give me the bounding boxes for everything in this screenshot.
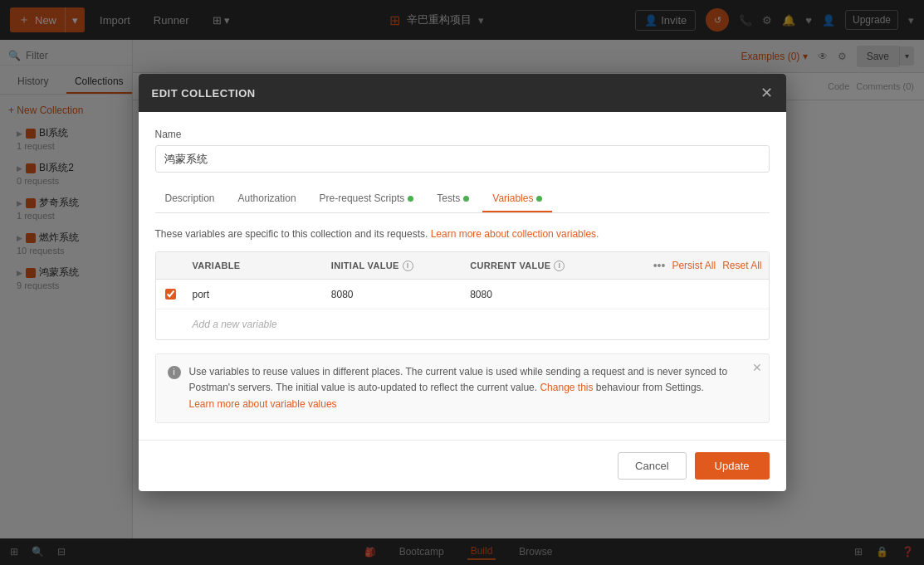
variables-description: These variables are specific to this col…: [155, 226, 770, 241]
learn-more-variable-link[interactable]: Learn more about variable values: [189, 398, 337, 410]
variables-table-header: VARIABLE INITIAL VALUE i CURRENT VALUE i…: [156, 252, 769, 280]
modal-tabs: Description Authorization Pre-request Sc…: [155, 186, 770, 213]
row-variable-name[interactable]: port: [186, 284, 325, 305]
add-current-spacer: [463, 319, 602, 329]
variable-checkbox[interactable]: [165, 289, 176, 300]
more-options-button[interactable]: •••: [653, 259, 666, 272]
modal-overlay: EDIT COLLECTION ✕ Name Description Autho…: [0, 0, 924, 565]
header-checkbox-spacer: [156, 259, 186, 272]
tab-tests-label: Tests: [437, 192, 460, 204]
tab-pre-request-label: Pre-request Scripts: [320, 192, 405, 204]
modal-tab-tests[interactable]: Tests: [427, 186, 479, 212]
info-box-icon: i: [168, 366, 181, 379]
update-button[interactable]: Update: [695, 452, 770, 480]
cancel-button[interactable]: Cancel: [618, 452, 686, 480]
info-text-2: behaviour from Settings.: [596, 382, 704, 393]
col-header-actions: ••• Persist All Reset All: [602, 252, 768, 279]
current-info-icon[interactable]: i: [554, 261, 565, 271]
edit-collection-modal: EDIT COLLECTION ✕ Name Description Autho…: [139, 74, 786, 491]
table-row: port 8080 8080: [156, 280, 769, 309]
modal-title: EDIT COLLECTION: [152, 87, 256, 100]
col-header-variable: VARIABLE: [186, 254, 325, 277]
name-field-label: Name: [155, 129, 770, 140]
learn-more-link[interactable]: Learn more about collection variables.: [431, 228, 599, 240]
tab-description-label: Description: [165, 192, 215, 204]
variables-table: VARIABLE INITIAL VALUE i CURRENT VALUE i…: [155, 251, 770, 340]
add-variable-placeholder[interactable]: Add a new variable: [186, 314, 325, 335]
reset-all-button[interactable]: Reset All: [722, 260, 761, 271]
row-initial-value[interactable]: 8080: [325, 284, 463, 305]
change-this-link[interactable]: Change this: [540, 382, 593, 393]
modal-close-button[interactable]: ✕: [760, 85, 773, 100]
tab-variables-label: Variables: [492, 192, 533, 204]
add-row-checkbox-spacer: [156, 318, 186, 331]
pre-request-dot: [408, 196, 413, 202]
persist-all-button[interactable]: Persist All: [672, 260, 716, 271]
row-checkbox[interactable]: [156, 282, 186, 306]
modal-body: Name Description Authorization Pre-reque…: [139, 112, 786, 440]
modal-tab-pre-request[interactable]: Pre-request Scripts: [310, 186, 424, 212]
info-box-close-button[interactable]: ✕: [752, 361, 762, 374]
info-box: i Use variables to reuse values in diffe…: [155, 353, 770, 423]
col-header-initial: INITIAL VALUE i: [325, 254, 463, 278]
tests-dot: [463, 196, 469, 202]
modal-tab-variables[interactable]: Variables: [482, 186, 552, 212]
col-header-current: CURRENT VALUE i: [463, 254, 602, 278]
modal-footer: Cancel Update: [139, 440, 786, 491]
modal-tab-description[interactable]: Description: [155, 186, 225, 212]
add-initial-spacer: [325, 319, 463, 329]
info-box-content: Use variables to reuse values in differe…: [189, 364, 757, 412]
collection-name-input[interactable]: [155, 145, 770, 173]
tab-authorization-label: Authorization: [238, 192, 296, 204]
initial-info-icon[interactable]: i: [403, 261, 413, 271]
variables-dot: [536, 196, 542, 202]
row-current-value[interactable]: 8080: [463, 284, 602, 305]
modal-tab-authorization[interactable]: Authorization: [228, 186, 306, 212]
add-variable-row[interactable]: Add a new variable: [156, 309, 769, 339]
modal-header: EDIT COLLECTION ✕: [139, 74, 786, 112]
